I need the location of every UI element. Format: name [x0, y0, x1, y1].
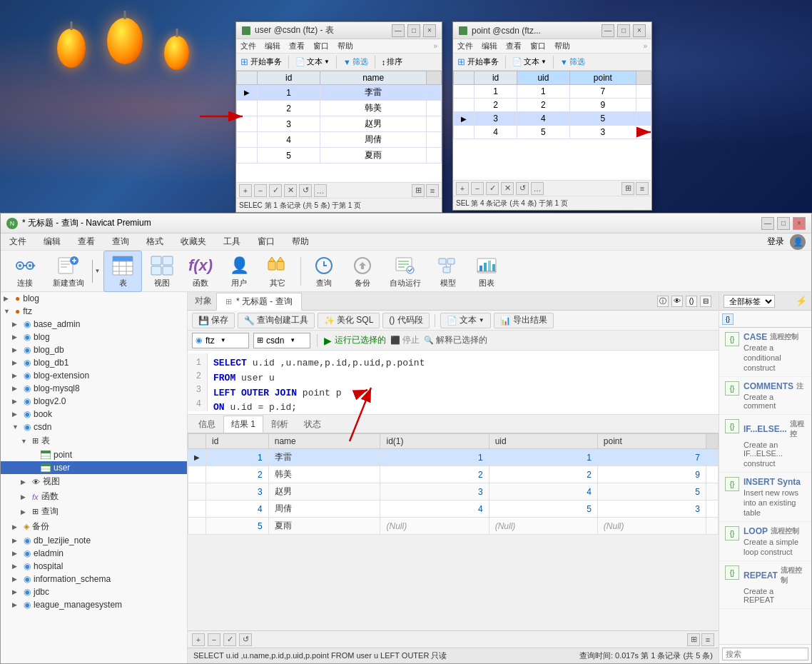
user-remove-btn[interactable]: − [254, 184, 267, 197]
eye-btn[interactable]: 👁 [671, 296, 683, 307]
result-col-name[interactable]: name [268, 434, 380, 449]
sidebar-item-user-table[interactable]: user [1, 461, 187, 474]
result-col-id1[interactable]: id(1) [380, 434, 489, 449]
point-toolbar-transaction[interactable]: ⊞ 开始事务 [457, 56, 499, 67]
point-menu-window[interactable]: 窗口 [530, 41, 546, 51]
sidebar-item-views-group[interactable]: ▶ 👁 视图 [1, 474, 187, 489]
toolbar-function[interactable]: f(x) 函数 [182, 251, 219, 291]
user-menu-file[interactable]: 文件 [240, 41, 256, 51]
menu-query[interactable]: 查询 [109, 234, 132, 249]
point-table-close[interactable]: × [633, 24, 646, 37]
main-close[interactable]: × [793, 217, 806, 230]
point-refresh-btn[interactable]: ↺ [516, 182, 529, 195]
query-tab-active[interactable]: ⊞ * 无标题 - 查询 [216, 293, 302, 311]
point-remove-btn[interactable]: − [471, 182, 484, 195]
toolbar-other[interactable]: 其它 [259, 251, 296, 291]
user-check-btn[interactable]: ✓ [269, 184, 282, 197]
point-menu-help[interactable]: 帮助 [554, 41, 570, 51]
bracket-btn[interactable]: () [686, 296, 697, 307]
snippet-ifelse[interactable]: {} IF...ELSE... 流程控 Create an IF...ELSE.… [719, 415, 811, 473]
result-check-btn[interactable]: ✓ [223, 633, 236, 646]
menu-edit[interactable]: 编辑 [41, 234, 64, 249]
point-form-view[interactable]: ≡ [636, 182, 649, 195]
result-form-view[interactable]: ≡ [701, 633, 714, 646]
result-col-uid[interactable]: uid [489, 434, 597, 449]
sidebar-item-base-admin[interactable]: ▶ ◉ base_admin [1, 318, 187, 331]
menu-help[interactable]: 帮助 [289, 234, 312, 249]
toolbar-connect[interactable]: 连接 [6, 251, 44, 291]
main-minimize[interactable]: — [761, 217, 774, 230]
sidebar-item-csdn[interactable]: ▼ ◉ csdn [1, 421, 187, 433]
user-menu-help[interactable]: 帮助 [338, 41, 353, 51]
sidebar-item-blogv2[interactable]: ▶ ◉ blogv2.0 [1, 395, 187, 408]
toolbar-user[interactable]: 👤 用户 [220, 251, 258, 291]
main-maximize[interactable]: □ [777, 217, 790, 230]
user-toolbar-sort[interactable]: ↕ 排序 [382, 56, 403, 67]
toolbar-chart[interactable]: 图表 [468, 251, 505, 291]
result-tab-info[interactable]: 信息 [191, 416, 223, 433]
login-text[interactable]: 登录 [767, 236, 784, 248]
toolbar-query[interactable]: 查询 [305, 251, 342, 291]
snippet-insert[interactable]: {} INSERT Synta Insert new rows into an … [719, 473, 811, 522]
sidebar-item-eladmin[interactable]: ▶ ◉ eladmin [1, 547, 187, 560]
run-selected-button[interactable]: ▶ 运行已选择的 [324, 334, 386, 346]
right-panel-extra-btn[interactable]: ⚡ [796, 296, 807, 306]
point-add-btn[interactable]: + [456, 182, 469, 195]
menu-view[interactable]: 查看 [75, 234, 98, 249]
snippet-loop[interactable]: {} LOOP 流程控制 Create a simple loop constr… [719, 522, 811, 561]
sidebar-item-blog-db1[interactable]: ▶ ◉ blog_db1 [1, 356, 187, 369]
result-col-point[interactable]: point [597, 434, 706, 449]
toolbar-table[interactable]: 表 [103, 251, 142, 292]
result-grid-view[interactable]: ⊞ [687, 633, 700, 646]
menu-file[interactable]: 文件 [6, 234, 29, 249]
user-table-minimize[interactable]: — [392, 24, 405, 37]
toolbar-view[interactable]: 视图 [143, 251, 181, 291]
point-menu-edit[interactable]: 编辑 [482, 41, 497, 51]
query-builder-button[interactable]: 🔧 查询创建工具 [238, 313, 315, 328]
point-grid-view[interactable]: ⊞ [621, 182, 634, 195]
snippet-search-input[interactable] [722, 648, 808, 660]
sidebar-item-league[interactable]: ▶ ◉ league_managesystem [1, 598, 187, 611]
point-toolbar-text[interactable]: 📄 文本 ▼ [512, 56, 547, 67]
result-remove-btn[interactable]: − [208, 633, 220, 646]
sidebar-item-hospital[interactable]: ▶ ◉ hospital [1, 560, 187, 573]
point-menu-view[interactable]: 查看 [506, 41, 522, 51]
user-refresh-btn[interactable]: ↺ [299, 184, 312, 197]
db-selector-csdn[interactable]: ⊞ csdn ▼ [253, 333, 310, 348]
point-x-btn[interactable]: ✕ [501, 182, 514, 195]
layout-btn[interactable]: ⊟ [700, 296, 711, 307]
menu-format[interactable]: 格式 [143, 234, 166, 249]
user-table-close[interactable]: × [423, 24, 436, 37]
user-col-name[interactable]: name [320, 71, 427, 85]
menu-favorites[interactable]: 收藏夹 [178, 234, 209, 249]
snippet-case[interactable]: {} CASE 流程控制 Create a conditional constr… [719, 328, 811, 377]
explain-button[interactable]: 🔍 解释已选择的 [424, 334, 487, 346]
sidebar-item-ftz-blog[interactable]: ▶ ◉ blog [1, 331, 187, 343]
toolbar-model[interactable]: 模型 [430, 251, 467, 291]
sidebar-item-blog-extension[interactable]: ▶ ◉ blog-extension [1, 369, 187, 382]
menu-window[interactable]: 窗口 [255, 234, 278, 249]
export-button[interactable]: 📊 导出结果 [494, 313, 554, 328]
point-table-minimize[interactable]: — [602, 24, 614, 37]
sidebar-item-funcs-group[interactable]: ▶ fx 函数 [1, 489, 187, 504]
toolbar-new-query[interactable]: 新建查询 [45, 251, 92, 292]
point-table-expand-btn[interactable]: » [643, 42, 647, 50]
user-form-view[interactable]: ≡ [426, 184, 439, 197]
user-col-id[interactable]: id [258, 71, 320, 85]
snippet-repeat[interactable]: {} REPEAT 流程控制 Create a REPEAT [719, 561, 811, 609]
point-col-id[interactable]: id [474, 71, 517, 85]
sidebar-item-jdbc[interactable]: ▶ ◉ jdbc [1, 585, 187, 598]
save-button[interactable]: 💾 保存 [192, 313, 235, 328]
sidebar-item-blog-mysql8[interactable]: ▶ ◉ blog-mysql8 [1, 382, 187, 395]
point-toolbar-filter[interactable]: ▼ 筛选 [560, 56, 585, 67]
sidebar-item-blog-db[interactable]: ▶ ◉ blog_db [1, 343, 187, 356]
user-menu-edit[interactable]: 编辑 [265, 41, 280, 51]
sidebar-item-queries-group[interactable]: ▶ ⊞ 查询 [1, 504, 187, 519]
user-toolbar-transaction[interactable]: ⊞ 开始事务 [240, 56, 282, 67]
point-check-btn[interactable]: ✓ [486, 182, 499, 195]
point-more-btn[interactable]: … [531, 182, 544, 195]
text-button[interactable]: 📄 文本 ▼ [440, 313, 491, 328]
toolbar-backup[interactable]: 备份 [344, 251, 381, 291]
snippet-button[interactable]: () 代码段 [382, 313, 429, 328]
sidebar-item-blog[interactable]: ▶ ● blog [1, 292, 187, 305]
